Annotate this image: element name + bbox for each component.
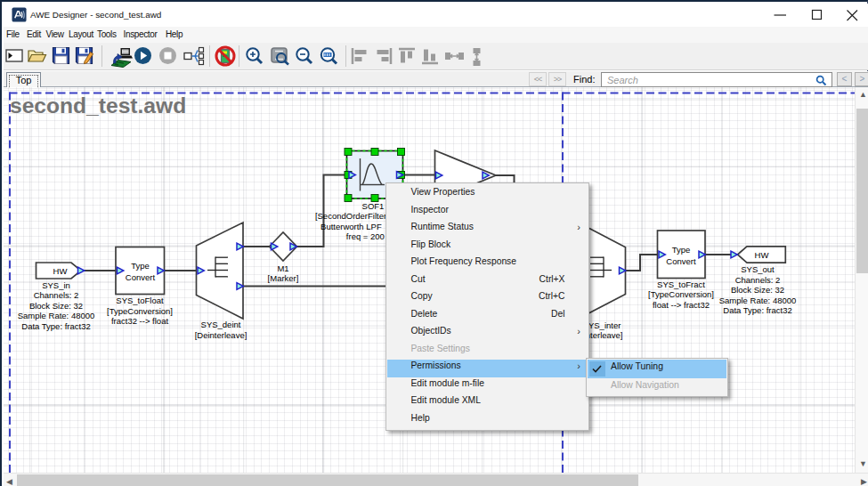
svg-text:HW: HW <box>53 266 68 276</box>
svg-text:Block Size: 32: Block Size: 32 <box>29 301 83 311</box>
svg-text:SYS_in: SYS_in <box>42 280 70 290</box>
svg-text:Data Type: fract32: Data Type: fract32 <box>21 321 90 331</box>
svg-text:SYS_deint: SYS_deint <box>201 320 241 329</box>
svg-text:fract32 --> float: fract32 --> float <box>111 316 169 326</box>
svg-text:[TypeConversion]: [TypeConversion] <box>107 306 173 316</box>
svg-text:Block Size: 32: Block Size: 32 <box>731 285 784 295</box>
svg-text:Channels: 2: Channels: 2 <box>34 290 79 300</box>
svg-text:Convert: Convert <box>666 256 696 266</box>
svg-text:Type: Type <box>131 261 150 271</box>
svg-text:Sample Rate: 48000: Sample Rate: 48000 <box>18 311 95 320</box>
svg-text:Sample Rate: 48000: Sample Rate: 48000 <box>719 296 797 305</box>
svg-text:[Deinterleave]: [Deinterleave] <box>195 330 247 340</box>
svg-text:SOF1: SOF1 <box>362 201 385 211</box>
svg-text:Data Type: fract32: Data Type: fract32 <box>723 305 791 315</box>
svg-text:HW: HW <box>755 250 769 260</box>
svg-text:SYS_toFloat: SYS_toFloat <box>116 296 164 305</box>
svg-text:Channels: 2: Channels: 2 <box>735 275 781 285</box>
svg-text:Butterworth LPF: Butterworth LPF <box>320 222 382 231</box>
svg-text:[Marker]: [Marker] <box>268 273 299 283</box>
svg-text:M1: M1 <box>277 263 288 273</box>
svg-text:[TypeConversion]: [TypeConversion] <box>648 289 714 299</box>
svg-text:SYS_out: SYS_out <box>741 264 775 274</box>
svg-text:Convert: Convert <box>126 272 156 282</box>
svg-text:float --> fract32: float --> fract32 <box>653 300 710 310</box>
svg-text:SYS_toFract: SYS_toFract <box>657 279 705 289</box>
svg-text:Type: Type <box>672 245 691 255</box>
